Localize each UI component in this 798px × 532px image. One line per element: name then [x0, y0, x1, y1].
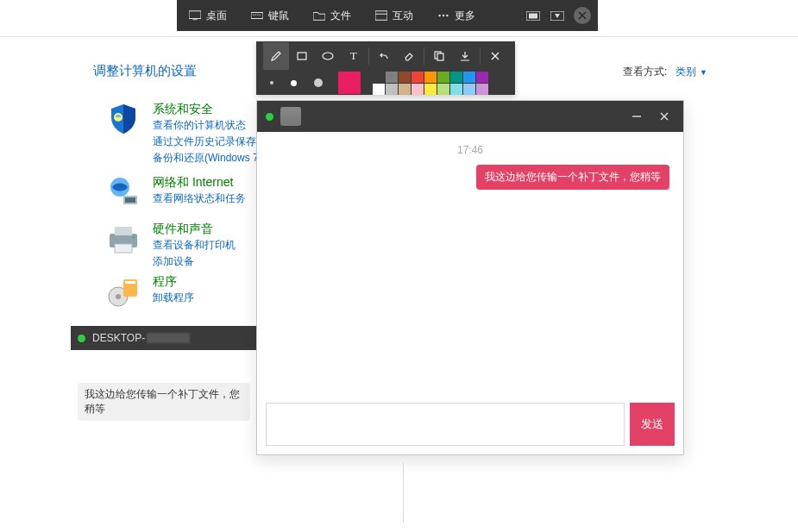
svg-rect-13 — [529, 13, 537, 18]
chat-input[interactable] — [266, 403, 625, 446]
view-by-dropdown[interactable]: 类别 ▼ — [675, 66, 707, 78]
color-swatch[interactable] — [399, 84, 411, 95]
color-swatch[interactable] — [412, 84, 424, 95]
toolbar-item-label: 键鼠 — [268, 9, 289, 23]
toolbar-keymouse[interactable]: 键鼠 — [239, 0, 301, 31]
toolbar-interact[interactable]: 互动 — [363, 0, 425, 31]
category-sublink[interactable]: 添加设备 — [153, 253, 236, 270]
svg-point-33 — [116, 294, 121, 299]
undo-button[interactable] — [371, 42, 397, 70]
status-dot-icon — [78, 335, 85, 342]
ellipse-tool[interactable] — [315, 42, 341, 70]
category-title-link[interactable]: 程序 — [153, 274, 194, 290]
color-swatch[interactable] — [476, 72, 488, 83]
color-swatch[interactable] — [373, 72, 385, 83]
color-swatch[interactable] — [437, 72, 449, 83]
toolbar-item-label: 文件 — [330, 9, 351, 23]
folder-icon — [313, 10, 325, 21]
category-programs: 程序 卸载程序 — [106, 274, 194, 309]
svg-rect-35 — [125, 281, 135, 284]
color-swatch[interactable] — [424, 84, 437, 95]
svg-point-3 — [253, 14, 254, 15]
category-system-security: 系统和安全 查看你的计算机状态 通过文件历史记录保存你 备份和还原(Window… — [106, 102, 267, 167]
category-sublink[interactable]: 备份和还原(Windows 7 — [153, 150, 267, 166]
category-sublink[interactable]: 卸载程序 — [153, 290, 194, 306]
svg-rect-2 — [251, 13, 263, 19]
category-sublink[interactable]: 查看设备和打印机 — [153, 237, 236, 253]
background-chat-title-text: DESKTOP- — [92, 332, 145, 344]
svg-point-11 — [446, 15, 448, 16]
annotation-close-button[interactable] — [482, 42, 508, 70]
shield-icon — [106, 102, 141, 136]
download-button[interactable] — [452, 42, 478, 70]
window-icon — [375, 10, 387, 21]
stroke-size-large[interactable] — [314, 78, 323, 87]
color-swatch[interactable] — [463, 72, 475, 83]
background-chat-panel: DESKTOP- 我这边给您传输一个补丁文件，您稍等 — [71, 326, 257, 419]
svg-rect-18 — [298, 53, 306, 59]
background-chat-bubble: 我这边给您传输一个补丁文件，您稍等 — [78, 383, 250, 421]
svg-point-4 — [255, 14, 256, 15]
background-chat-titlebar[interactable]: DESKTOP- — [71, 326, 257, 350]
chevron-down-icon: ▼ — [698, 68, 707, 77]
svg-point-9 — [438, 15, 440, 16]
color-swatch[interactable] — [424, 72, 437, 83]
svg-point-19 — [323, 53, 333, 59]
color-swatch[interactable] — [463, 84, 475, 95]
printer-icon — [106, 222, 141, 256]
rectangle-tool[interactable] — [289, 42, 315, 70]
window-close-button[interactable] — [650, 101, 678, 132]
globe-network-icon — [106, 175, 141, 210]
color-swatch[interactable] — [373, 84, 385, 95]
view-by: 查看方式: 类别 ▼ — [623, 65, 707, 79]
toolbar-item-label: 桌面 — [206, 9, 227, 23]
redacted-text — [147, 333, 190, 343]
category-title-link[interactable]: 系统和安全 — [153, 102, 267, 117]
copy-button[interactable] — [426, 42, 452, 70]
text-tool[interactable]: T — [341, 42, 367, 70]
svg-point-10 — [443, 15, 444, 16]
current-color-swatch[interactable] — [338, 72, 361, 94]
pencil-tool[interactable] — [263, 42, 289, 70]
chat-timestamp: 17:46 — [271, 144, 669, 156]
toolbar-fullscreen-button[interactable] — [525, 10, 541, 21]
toolbar-close-button[interactable] — [574, 7, 591, 24]
color-swatch[interactable] — [386, 72, 398, 83]
svg-point-31 — [133, 236, 135, 239]
avatar — [280, 107, 301, 126]
toolbar-desktop[interactable]: 桌面 — [177, 0, 239, 31]
window-minimize-button[interactable] — [623, 101, 650, 132]
eraser-tool[interactable] — [396, 42, 422, 70]
separator — [0, 36, 798, 37]
programs-icon — [106, 274, 141, 309]
color-swatch[interactable] — [386, 84, 398, 95]
send-button[interactable]: 发送 — [630, 403, 675, 446]
monitor-icon — [189, 10, 201, 21]
keyboard-icon — [251, 10, 263, 21]
color-swatch[interactable] — [450, 84, 462, 95]
view-by-label: 查看方式: — [623, 66, 667, 78]
chat-titlebar[interactable] — [257, 101, 683, 132]
stroke-size-small[interactable] — [270, 81, 273, 84]
color-swatch[interactable] — [476, 84, 488, 95]
color-swatch[interactable] — [412, 72, 424, 83]
color-swatch[interactable] — [437, 84, 449, 95]
toolbar-minimize-button[interactable] — [550, 10, 565, 21]
control-panel-title: 调整计算机的设置 — [93, 63, 197, 79]
svg-rect-7 — [375, 11, 387, 21]
category-title-link[interactable]: 硬件和声音 — [153, 222, 236, 237]
remote-toolbar: 桌面 键鼠 文件 互动 更多 — [177, 0, 598, 31]
svg-point-6 — [260, 14, 261, 15]
stroke-size-medium[interactable] — [291, 80, 297, 86]
ellipsis-icon — [437, 10, 449, 21]
toolbar-file[interactable]: 文件 — [301, 0, 363, 31]
color-swatches — [373, 72, 488, 95]
color-swatch[interactable] — [450, 72, 462, 83]
color-swatch[interactable] — [399, 72, 411, 83]
category-sublink[interactable]: 通过文件历史记录保存你 — [153, 134, 267, 150]
category-title-link[interactable]: 网络和 Internet — [153, 175, 246, 191]
category-sublink[interactable]: 查看网络状态和任务 — [153, 191, 246, 207]
chat-message-area: 17:46 我这边给您传输一个补丁文件，您稍等 — [257, 132, 683, 403]
category-sublink[interactable]: 查看你的计算机状态 — [153, 117, 267, 134]
toolbar-more[interactable]: 更多 — [425, 0, 487, 31]
